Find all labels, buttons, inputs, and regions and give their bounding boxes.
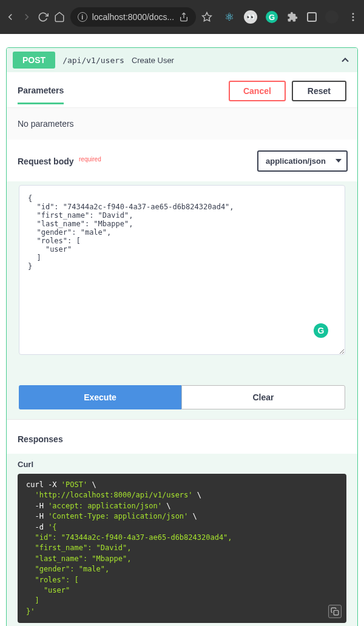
star-icon[interactable] (201, 11, 212, 23)
execute-row: Execute Clear (7, 369, 357, 419)
url-text: localhost:8000/docs... (92, 12, 174, 22)
collapse-chevron-icon[interactable] (339, 54, 351, 66)
no-parameters-text: No parameters (7, 108, 357, 140)
panel-toggle-icon[interactable] (307, 12, 317, 22)
home-icon[interactable] (54, 11, 66, 23)
content-type-select-wrap: application/json (257, 150, 348, 172)
clear-button[interactable]: Clear (181, 385, 345, 409)
extension-icon[interactable]: 👀 (244, 10, 257, 24)
operation-block: POST /api/v1/users Create User Parameter… (6, 47, 358, 626)
grammarly-badge-icon[interactable]: G (314, 323, 328, 338)
copy-icon[interactable] (328, 605, 342, 618)
page-content: POST /api/v1/users Create User Parameter… (0, 34, 364, 626)
request-body-editor[interactable] (19, 185, 345, 355)
method-badge: POST (13, 52, 55, 69)
grammarly-icon[interactable]: G (266, 11, 278, 23)
execute-button[interactable]: Execute (19, 385, 181, 409)
request-body-header: Request body required application/json (7, 140, 357, 181)
curl-label: Curl (18, 460, 346, 469)
parameters-header: Parameters Cancel Reset (7, 72, 357, 108)
svg-point-4 (352, 19, 354, 21)
profile-avatar-icon[interactable] (325, 10, 339, 24)
curl-section: Curl curl -X 'POST' \ 'http://localhost:… (7, 454, 357, 626)
svg-marker-1 (202, 13, 211, 21)
required-tag: required (79, 156, 101, 163)
svg-rect-5 (334, 610, 339, 615)
react-devtools-icon[interactable]: ⚛ (223, 11, 235, 23)
operation-header[interactable]: POST /api/v1/users Create User (7, 48, 357, 72)
body-editor-wrap: G (7, 181, 357, 369)
curl-code-block[interactable]: curl -X 'POST' \ 'http://localhost:8000/… (18, 474, 346, 623)
operation-path: /api/v1/users (62, 56, 124, 65)
svg-point-2 (352, 13, 354, 15)
content-type-select[interactable]: application/json (257, 150, 348, 172)
cancel-button[interactable]: Cancel (229, 81, 286, 101)
svg-point-3 (352, 16, 354, 18)
url-bar[interactable]: i localhost:8000/docs... (70, 7, 196, 27)
back-icon[interactable] (5, 11, 16, 23)
share-icon[interactable] (179, 12, 189, 22)
responses-title: Responses (7, 419, 357, 454)
kebab-menu-icon[interactable] (347, 11, 359, 23)
reload-icon[interactable] (38, 11, 49, 23)
extensions-row: ⚛ 👀 G (223, 10, 359, 24)
extensions-icon[interactable] (286, 11, 298, 23)
parameters-title: Parameters (18, 86, 64, 104)
operation-summary: Create User (132, 56, 174, 65)
reset-button[interactable]: Reset (292, 81, 346, 101)
browser-chrome: i localhost:8000/docs... ⚛ 👀 G (0, 0, 364, 34)
site-info-icon[interactable]: i (78, 12, 87, 22)
forward-icon[interactable] (21, 11, 33, 23)
request-body-title: Request body (18, 156, 74, 166)
